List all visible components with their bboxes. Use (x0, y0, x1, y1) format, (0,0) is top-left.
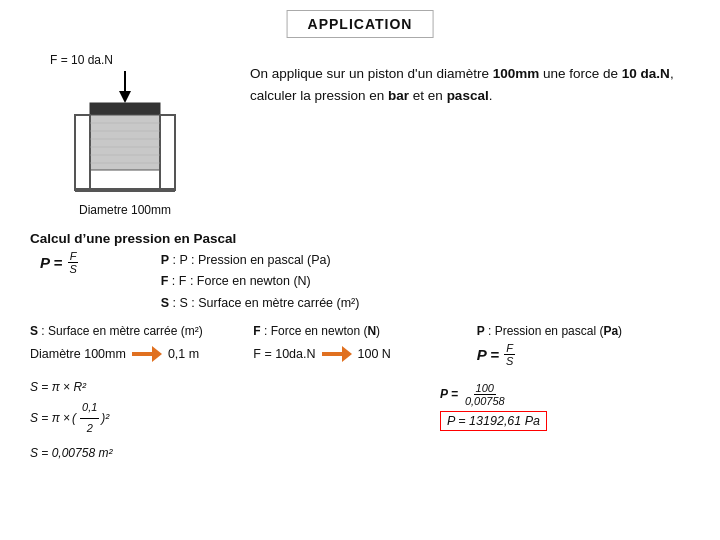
top-section: F = 10 da.N (20, 53, 700, 217)
arrow-icon-1 (132, 346, 162, 362)
svg-rect-2 (90, 103, 160, 115)
surface-calc: S = π × R² S = π × ( 0,1 2 )² S = 0,0075… (30, 377, 230, 465)
diameter-value: Diamètre 100mm (30, 347, 126, 361)
svg-rect-15 (322, 352, 342, 356)
svg-marker-16 (342, 346, 352, 362)
val-01m: 0,1 m (168, 347, 199, 361)
page-title: APPLICATION (308, 16, 413, 32)
result-box: P = 13192,61 Pa (440, 411, 547, 431)
force-cell: F = 10da.N 100 N (253, 346, 476, 362)
svg-marker-1 (119, 91, 131, 103)
piston-diagram (45, 71, 205, 201)
svg-rect-13 (132, 352, 152, 356)
p-formula-display: P = F S (40, 250, 81, 275)
bottom-section: S = π × R² S = π × ( 0,1 2 )² S = 0,0075… (20, 377, 700, 465)
force-label: F = 10 da.N (50, 53, 113, 67)
svg-marker-14 (152, 346, 162, 362)
description-text: On applique sur un piston d'un diamètre … (230, 53, 700, 106)
s-formula-2: S = π × ( 0,1 2 )² (30, 398, 230, 439)
diameter-cell: Diamètre 100mm 0,1 m (30, 346, 253, 362)
arrow-icon-2 (322, 346, 352, 362)
diagram-area: F = 10 da.N (20, 53, 230, 217)
diameter-label: Diametre 100mm (79, 203, 171, 217)
pressure-cell: P = F S (477, 342, 700, 367)
p-fraction-display: P = 100 0,00758 (440, 382, 509, 407)
formula-list: P : P : Pression en pascal (Pa) F : F : … (161, 250, 360, 314)
pressure-calc: P = 100 0,00758 P = 13192,61 Pa (430, 377, 700, 431)
calcul-title: Calcul d’une pression en Pascal (30, 231, 700, 246)
var-f: F : F : Force en newton (N) (161, 271, 360, 292)
svg-rect-6 (75, 188, 175, 192)
var-p: P : P : Pression en pascal (Pa) (161, 250, 360, 271)
p-header: P : Pression en pascal (Pa) (477, 324, 700, 338)
page-container: APPLICATION F = 10 da.N (0, 0, 720, 540)
svg-rect-4 (75, 115, 90, 190)
f-header: F : Force en newton (N) (253, 324, 476, 338)
var-headers-row: S : Surface en mètre carrée (m²) F : For… (20, 324, 700, 338)
svg-rect-5 (160, 115, 175, 190)
var-s: S : S : Surface en mètre carrée (m²) (161, 293, 360, 314)
val-100n: 100 N (358, 347, 391, 361)
formula-area: P = F S P : P : Pression en pascal (Pa) … (30, 250, 700, 314)
title-box: APPLICATION (287, 10, 434, 38)
data-row: Diamètre 100mm 0,1 m F = 10da.N 100 N P … (20, 342, 700, 367)
s-formula-1: S = π × R² (30, 377, 230, 399)
s-header: S : Surface en mètre carrée (m²) (30, 324, 253, 338)
p-eq-display: P = F S (477, 342, 518, 367)
s-result: S = 0,00758 m² (30, 443, 230, 465)
calcul-section: Calcul d’une pression en Pascal P = F S … (20, 231, 700, 314)
force-eq: F = 10da.N (253, 347, 315, 361)
